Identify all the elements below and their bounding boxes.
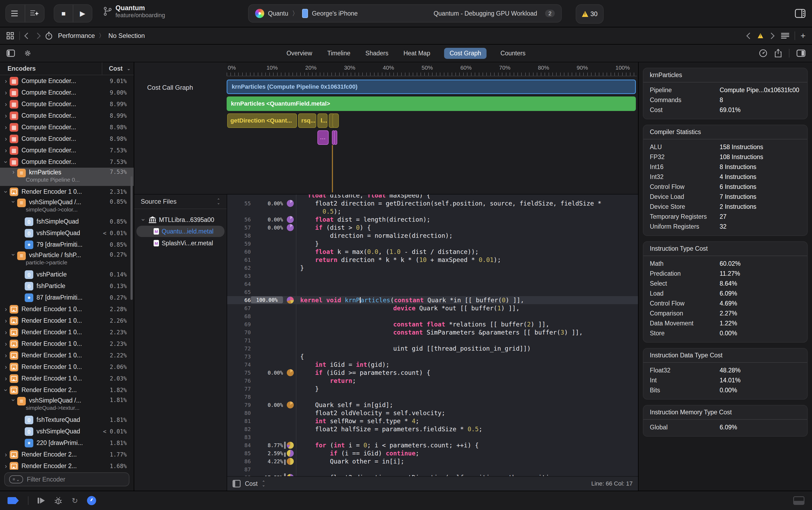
activity-bar[interactable]: Quantu 〉 George's iPhone Quantum - Debug… (248, 4, 562, 23)
flame-bar-yellow[interactable]: getDirection <Quant... (227, 113, 297, 128)
disclosure-chevron[interactable]: › (3, 78, 8, 84)
disclosure-chevron[interactable]: › (3, 341, 8, 347)
code-line[interactable]: 73{ (227, 352, 638, 361)
gear-icon[interactable] (24, 49, 32, 57)
encoder-row[interactable]: ›Render Encoder 2...1.68% (0, 460, 134, 470)
justify-lines-icon[interactable] (781, 33, 789, 39)
encoder-row[interactable]: ›▦Compute Encoder...7.53% (0, 145, 134, 156)
next-issue-button[interactable] (768, 32, 775, 39)
disclosure-chevron[interactable]: › (3, 364, 8, 370)
disclosure-chevron[interactable]: › (3, 451, 8, 458)
source-file-row[interactable]: SplashVi...er.metal (137, 237, 224, 249)
back-button[interactable] (24, 32, 31, 39)
encoder-row[interactable]: ›Render Encoder 1 0...2.26% (0, 315, 134, 327)
gauge-icon[interactable] (759, 49, 768, 57)
flame-bar-yellow[interactable]: l... (318, 113, 328, 128)
code-line[interactable]: 71 (227, 336, 638, 344)
code-line[interactable]: 790.00% Quark self = in[gid]; (227, 401, 638, 409)
stop-button[interactable]: ■ (54, 5, 73, 22)
tab-cost-graph[interactable]: Cost Graph (444, 48, 486, 59)
disclosure-chevron[interactable]: › (3, 352, 8, 359)
device-name[interactable]: George's iPhone (312, 10, 358, 17)
code-line[interactable]: 67 device Quark *out [[ buffer(1) ]], (227, 304, 638, 312)
code-line[interactable]: 72 uint gid [[thread_position_in_grid]]) (227, 344, 638, 352)
disclosure-chevron[interactable]: › (10, 199, 17, 204)
tab-heat-map[interactable]: Heat Map (402, 48, 431, 59)
code-line[interactable]: 80 float2 oldVelocity = self.velocity; (227, 409, 638, 417)
sidebar-scrollbar[interactable] (130, 176, 133, 300)
debug-list-button[interactable] (6, 5, 25, 22)
disclosure-chevron[interactable]: › (3, 159, 9, 165)
code-line[interactable]: 78 (227, 393, 638, 401)
code-line[interactable]: 58 direction = normalize(direction); (227, 232, 638, 240)
bottom-panel-toggle-icon[interactable] (793, 496, 805, 505)
code-line[interactable]: 74 int iGid = int(gid); (227, 361, 638, 369)
encoder-row[interactable]: *220 [drawPrimi...1.81% (0, 437, 134, 449)
code-line[interactable]: 852.59% if (i == iGid) continue; (227, 449, 638, 457)
prev-issue-button[interactable] (747, 32, 753, 39)
flame-bar-yellow[interactable] (332, 113, 339, 128)
encoder-row[interactable]: ›▦Compute Encoder...8.99% (0, 98, 134, 110)
encoder-row[interactable]: ›▦Compute Encoder...8.98% (0, 133, 134, 145)
disclosure-chevron[interactable]: › (3, 136, 8, 142)
code-line[interactable]: 848.77% for (int i = 0; i < parameters.c… (227, 441, 638, 449)
encoder-row[interactable]: *79 [drawPrimiti...0.85% (0, 239, 134, 250)
disclosure-chevron[interactable]: › (3, 147, 8, 154)
flame-line-yellow[interactable] (332, 145, 333, 192)
issue-warning-icon[interactable] (758, 33, 763, 38)
tag-icon[interactable] (7, 497, 19, 504)
disclosure-chevron[interactable]: › (10, 397, 17, 403)
code-line[interactable]: 61 return direction * k * k * (10 + maxS… (227, 256, 638, 264)
code-view[interactable]: float distance, float maxSpeed) {550.00%… (227, 195, 638, 476)
code-line[interactable]: 59 } (227, 240, 638, 248)
code-line[interactable]: float distance, float maxSpeed) { (227, 195, 638, 199)
encoder-row[interactable]: ›Render Encoder 1 0...2.23% (0, 338, 134, 349)
code-line[interactable]: 63 (227, 272, 638, 280)
encoder-row[interactable]: *87 [drawPrimiti...0.27% (0, 292, 134, 303)
disclosure-chevron[interactable]: › (140, 217, 147, 223)
left-panel-toggle-icon[interactable] (6, 50, 15, 57)
encoder-row[interactable]: {}vshParticle0.14% (0, 269, 134, 280)
disclosure-chevron[interactable]: › (3, 329, 8, 336)
disclosure-chevron[interactable]: › (3, 318, 8, 324)
code-line[interactable]: 66100.00%kernel void krnParticles(consta… (227, 296, 638, 304)
flame-bar-blue[interactable]: krnParticles (Compute Pipeline 0x10631fc… (227, 80, 636, 94)
library-row[interactable]: › MTLLibra...6395a00 (134, 215, 227, 225)
code-line[interactable]: 0.5); (227, 207, 638, 216)
flame-bar-purple[interactable] (334, 130, 337, 145)
code-line[interactable]: 87 (227, 465, 638, 474)
grid-icon[interactable] (6, 32, 14, 39)
gutter-mode-label[interactable]: Cost (245, 480, 258, 487)
code-line[interactable]: 570.00% if (dist > 0) { (227, 224, 638, 232)
encoder-row[interactable]: ›Render Encoder 1 0...2.06% (0, 361, 134, 373)
encoder-row[interactable]: ›Render Encoder 1 0...2.31% (0, 186, 134, 198)
scheme-crumb[interactable]: Quantu (268, 10, 288, 17)
code-line[interactable]: 76 return; (227, 377, 638, 385)
encoder-row[interactable]: ›Render Encoder 1 0...2.22% (0, 349, 134, 361)
right-panel-toggle-button[interactable] (795, 9, 806, 18)
cost-column-header[interactable]: Cost ⌄ (102, 62, 134, 75)
add-tab-button[interactable]: + (801, 31, 806, 41)
code-line[interactable]: 750.00% if (iGid >= parameters.count) { (227, 369, 638, 377)
scheme-info[interactable]: Quantum feature/onboarding (103, 4, 165, 19)
disclosure-chevron[interactable]: › (10, 252, 17, 257)
encoder-row[interactable]: ›▦Compute Encoder...8.98% (0, 121, 134, 133)
code-line[interactable]: 81 int selfRow = self.type * 4; (227, 417, 638, 425)
encoder-row[interactable]: ›Render Encoder 2...1.82% (0, 384, 134, 396)
restart-icon[interactable]: ↻ (72, 496, 78, 505)
encoder-row[interactable]: ›Render Encoder 1 0...2.03% (0, 373, 134, 384)
encoder-row[interactable]: ›Render Encoder 1 0...2.23% (0, 327, 134, 338)
sort-chevrons-icon[interactable]: ⌃⌄ (217, 199, 220, 204)
encoder-row[interactable]: {}vshSimpleQuad< 0.01% (0, 227, 134, 239)
code-line[interactable]: 62} (227, 264, 638, 272)
flame-bar-green[interactable]: krnParticles <QuantumField.metal> (227, 96, 636, 111)
sort-chevrons-icon[interactable]: ⌃⌄ (262, 481, 265, 486)
editor-panel-icon[interactable] (233, 480, 241, 487)
flame-bar-purple[interactable]: ... (318, 130, 329, 145)
share-icon[interactable] (774, 49, 782, 58)
code-line[interactable]: 69 constant float *relations [[ buffer(2… (227, 320, 638, 328)
encoder-row[interactable]: ›≡krnParticlesCompute Pipeline 0...7.53% (0, 168, 134, 186)
disclosure-chevron[interactable]: › (3, 124, 8, 131)
disclosure-chevron[interactable]: › (3, 375, 8, 382)
code-line[interactable]: 64 (227, 280, 638, 288)
